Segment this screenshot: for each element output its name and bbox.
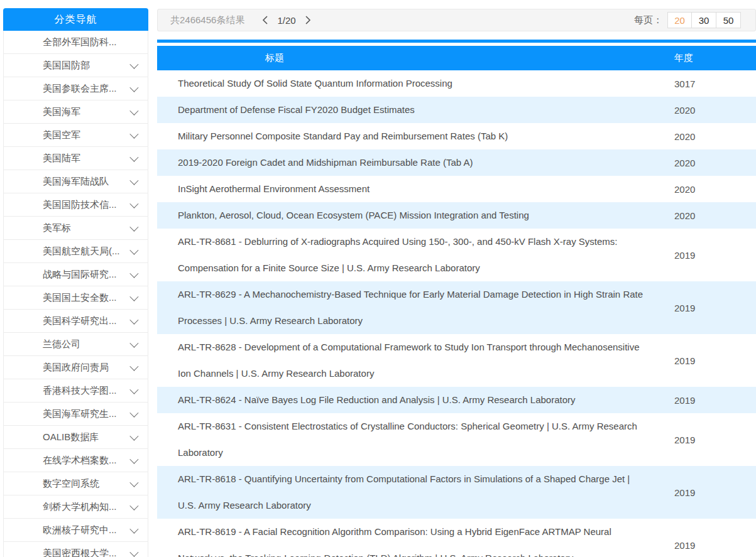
sidebar-item[interactable]: 全部外军国防科... [4,31,148,54]
sidebar-item[interactable]: 美国空军 [4,124,148,147]
chevron-down-icon [129,432,138,441]
table-row[interactable]: ARL-TR-8628 - Development of a Computati… [157,334,756,387]
sidebar-item[interactable]: 美国国防技术信... [4,193,148,217]
sidebar-item[interactable]: 美国航空航天局(... [4,240,148,263]
chevron-down-icon [129,153,138,162]
chevron-down-icon [129,502,138,511]
sidebar-item-label: 美国国防部 [43,60,90,72]
sidebar-item-label: 美军标 [43,222,71,234]
sidebar-item[interactable]: 美国海军 [4,100,148,124]
sidebar-item[interactable]: 美国海军研究生... [4,403,148,426]
sidebar-item[interactable]: 美国陆军 [4,147,148,170]
category-sidebar: 分类导航 全部外军国防科...美国国防部美国参联会主席...美国海军美国空军美国… [3,8,148,557]
table-row[interactable]: Department of Defense Fiscal FY2020 Budg… [157,97,756,123]
per-page-selector: 每页： 203050 [634,12,741,28]
sidebar-item[interactable]: 美国科学研究出... [4,310,148,333]
sidebar-item[interactable]: 美国参联会主席... [4,77,148,100]
sidebar-item[interactable]: 剑桥大学机构知... [4,495,148,519]
chevron-down-icon [129,525,138,534]
chevron-down-icon [129,362,138,371]
result-year: 2019 [674,540,695,551]
chevron-down-icon [129,339,138,348]
table-row[interactable]: ARL-TR-8624 - Naïve Bayes Log File Reduc… [157,387,756,413]
sidebar-item[interactable]: 兰德公司 [4,333,148,356]
page-indicator: 1/20 [277,15,295,26]
table-row[interactable]: ARL-TR-8629 - A Mechanochemistry-Based T… [157,281,756,334]
chevron-down-icon [129,386,138,394]
results-count: 共2466456条结果 [170,14,244,26]
result-title: Department of Defense Fiscal FY2020 Budg… [178,97,415,123]
result-title: ARL-TR-8629 - A Mechanochemistry-Based T… [178,281,646,334]
sidebar-item[interactable]: 美国国防部 [4,54,148,77]
result-year: 2019 [674,487,695,498]
sidebar-item[interactable]: 在线学术档案数... [4,449,148,472]
result-title: ARL-TR-8631 - Consistent Electrostatics … [178,413,646,466]
results-table: 标题 年度 Theoretical Study Of Solid State Q… [157,46,756,557]
table-row[interactable]: Theoretical Study Of Solid State Quantum… [157,70,756,97]
sidebar-item-label: 美国国土安全数... [43,292,117,304]
sidebar-item[interactable]: 战略与国际研究... [4,263,148,286]
per-page-option-20[interactable]: 20 [667,12,692,28]
sidebar-item[interactable]: OALIB数据库 [4,426,148,449]
per-page-option-30[interactable]: 30 [692,12,716,28]
sidebar-item-label: 美国参联会主席... [43,83,117,95]
sidebar-item-label: 兰德公司 [43,338,80,350]
result-title: ARL-TR-8619 - A Facial Recognition Algor… [178,519,646,557]
table-row[interactable]: Military Personnel Composite Standard Pa… [157,123,756,149]
per-page-label: 每页： [634,14,662,26]
sidebar-item-label: 在线学术档案数... [43,455,117,467]
result-year: 3017 [674,78,695,89]
sidebar-item-label: 美国海军陆战队 [43,176,109,188]
sidebar-item[interactable]: 数字空间系统 [4,472,148,495]
table-body: Theoretical Study Of Solid State Quantum… [157,70,756,557]
table-row[interactable]: InSight Aerothermal Environment Assessme… [157,176,756,202]
chevron-down-icon [129,293,138,301]
table-row[interactable]: ARL-TR-8618 - Quantifying Uncertainty fr… [157,466,756,519]
result-year: 2019 [674,250,695,261]
table-row[interactable]: ARL-TR-8631 - Consistent Electrostatics … [157,413,756,466]
sidebar-item-label: 美国航空航天局(... [43,246,120,257]
sidebar-item[interactable]: 香港科技大学图... [4,379,148,403]
chevron-down-icon [129,223,138,232]
result-year: 2020 [674,131,695,142]
chevron-down-icon [129,455,138,464]
table-row[interactable]: ARL-TR-8619 - A Facial Recognition Algor… [157,519,756,557]
result-title: 2019-2020 Foreign Cadet and Midshipman R… [178,149,473,176]
sidebar-item[interactable]: 美国政府问责局 [4,356,148,379]
chevron-down-icon [129,246,138,255]
results-toolbar: 共2466456条结果 1/20 每页： 203050 [157,9,756,31]
result-title: Plankton, Aerosol, Cloud, Ocean Ecosyste… [178,202,529,229]
sidebar-item-label: 美国海军研究生... [43,408,117,420]
result-year: 2020 [674,158,695,168]
result-year: 2020 [674,210,695,221]
sidebar-item[interactable]: 美国密西根大学... [4,542,148,557]
sidebar-item-label: 欧洲核子研究中... [43,524,117,536]
chevron-left-icon [262,16,268,24]
sidebar-item[interactable]: 欧洲核子研究中... [4,519,148,542]
result-title: Theoretical Study Of Solid State Quantum… [178,70,452,97]
chevron-down-icon [129,107,138,116]
result-title: InSight Aerothermal Environment Assessme… [178,176,370,202]
chevron-down-icon [129,479,138,487]
sidebar-item-label: 剑桥大学机构知... [43,501,117,513]
sidebar-item-label: 全部外军国防科... [43,36,117,48]
result-title: Military Personnel Composite Standard Pa… [178,123,508,149]
prev-page-button[interactable] [258,13,272,27]
sidebar-item-label: 美国国防技术信... [43,199,117,211]
table-row[interactable]: Plankton, Aerosol, Cloud, Ocean Ecosyste… [157,202,756,229]
table-row[interactable]: ARL-TR-8681 - Deblurring of X-radiograph… [157,229,756,281]
sidebar-item[interactable]: 美军标 [4,217,148,240]
sidebar-item-label: 美国密西根大学... [43,548,117,557]
result-year: 2020 [674,184,695,195]
sidebar-item[interactable]: 美国海军陆战队 [4,170,148,193]
next-page-button[interactable] [301,13,315,27]
chevron-down-icon [129,409,138,418]
result-year: 2019 [674,355,695,366]
table-header-row: 标题 年度 [157,46,756,70]
sidebar-item[interactable]: 美国国土安全数... [4,286,148,310]
per-page-option-50[interactable]: 50 [716,12,741,28]
table-row[interactable]: 2019-2020 Foreign Cadet and Midshipman R… [157,149,756,176]
sidebar-item-label: 美国海军 [43,106,80,118]
sidebar-item-label: 数字空间系统 [43,478,99,490]
result-year: 2019 [674,303,695,313]
